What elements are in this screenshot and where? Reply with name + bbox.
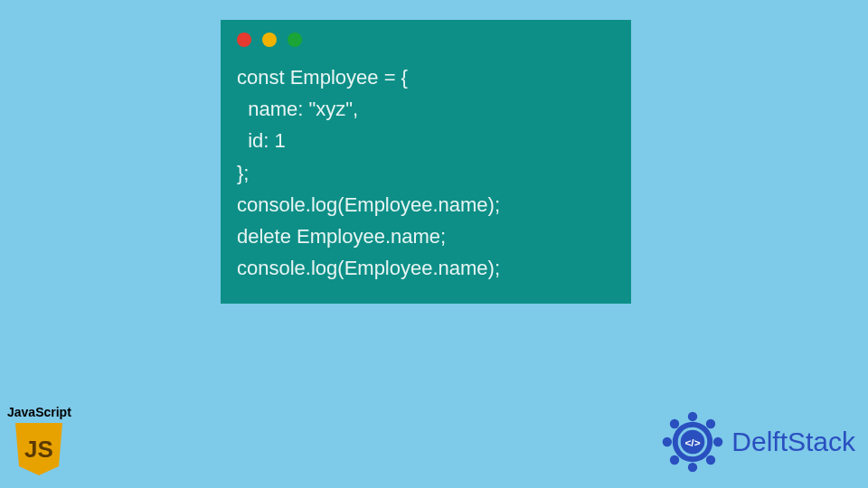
svg-point-8: [706, 419, 715, 428]
minimize-icon: [262, 33, 277, 47]
svg-point-4: [688, 463, 697, 472]
javascript-shield-icon: JS: [14, 421, 64, 477]
brand-name: DelftStack: [731, 427, 855, 457]
javascript-badge: JavaScript JS: [7, 405, 71, 481]
javascript-label: JavaScript: [7, 405, 71, 419]
delftstack-logo-glyph: </>: [685, 436, 701, 449]
javascript-shield-text: JS: [25, 436, 54, 463]
svg-point-5: [663, 437, 672, 446]
svg-point-6: [713, 437, 722, 446]
svg-point-9: [670, 455, 679, 465]
maximize-icon: [288, 33, 302, 47]
code-window: const Employee = { name: "xyz", id: 1 };…: [221, 20, 631, 304]
close-icon: [237, 33, 251, 47]
code-block: const Employee = { name: "xyz", id: 1 };…: [237, 61, 615, 284]
svg-point-10: [706, 455, 715, 465]
delftstack-logo-icon: </>: [659, 408, 726, 475]
svg-point-7: [670, 419, 679, 428]
svg-point-3: [688, 412, 697, 421]
window-traffic-lights: [237, 33, 615, 47]
brand-logo-area: </> DelftStack: [659, 408, 855, 475]
